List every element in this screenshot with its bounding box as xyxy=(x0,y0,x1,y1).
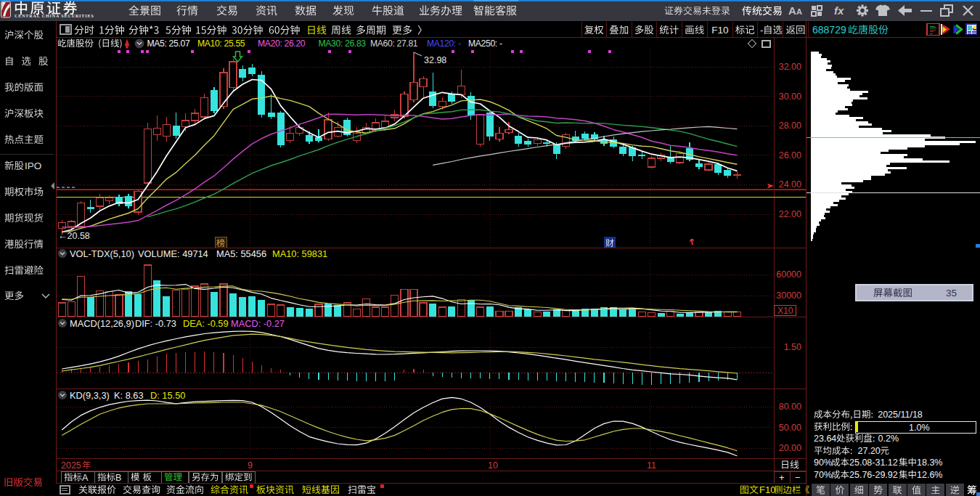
svg-text:MA10: 25.55: MA10: 25.55 xyxy=(197,38,245,49)
svg-text:MA30: 26.83: MA30: 26.83 xyxy=(319,38,367,49)
svg-text:28.00: 28.00 xyxy=(779,121,801,131)
svg-text:32.00: 32.00 xyxy=(779,62,801,72)
svg-text:A: A xyxy=(796,7,802,16)
svg-text:MA250: -: MA250: - xyxy=(468,38,502,49)
svg-text:50.00: 50.00 xyxy=(779,423,801,433)
svg-text:DEA: -0.59: DEA: -0.59 xyxy=(183,318,229,329)
svg-text:2025: 2025 xyxy=(61,460,81,471)
svg-text:←20.58: ←20.58 xyxy=(58,231,90,241)
svg-text:K: 8.63: K: 8.63 xyxy=(114,390,144,401)
svg-text:A: A xyxy=(788,4,796,17)
svg-text:70%: 70% xyxy=(814,470,832,480)
svg-text:10: 10 xyxy=(488,460,498,471)
svg-text:MA120: -: MA120: - xyxy=(427,38,461,49)
svg-text:-: - xyxy=(760,25,764,36)
svg-text:MA10: 59831: MA10: 59831 xyxy=(272,248,327,259)
svg-text:VOL-TDX(5,10): VOL-TDX(5,10) xyxy=(70,248,134,259)
svg-text:IPO: IPO xyxy=(25,160,41,171)
svg-text:DIF: -0.73: DIF: -0.73 xyxy=(135,318,176,329)
svg-text:MACD(12,26,9): MACD(12,26,9) xyxy=(70,318,134,329)
svg-text:35: 35 xyxy=(946,288,957,298)
svg-text:25.08-31.12: 25.08-31.12 xyxy=(849,458,898,468)
svg-text:688729: 688729 xyxy=(812,24,846,36)
svg-text:9: 9 xyxy=(248,460,253,471)
svg-text:80.00: 80.00 xyxy=(779,402,801,412)
svg-text:VOLUME: 49714: VOLUME: 49714 xyxy=(138,248,208,259)
svg-text:20.00: 20.00 xyxy=(779,443,801,453)
svg-text:25.76-29.92: 25.76-29.92 xyxy=(849,470,898,480)
svg-text:MA20: 26.20: MA20: 26.20 xyxy=(258,38,306,49)
svg-text:30000: 30000 xyxy=(776,290,801,301)
svg-text:30.00: 30.00 xyxy=(779,92,801,102)
svg-text:MA5: 25.07: MA5: 25.07 xyxy=(147,38,190,49)
svg-text:22.00: 22.00 xyxy=(779,209,801,219)
svg-text:KD(9,3,3): KD(9,3,3) xyxy=(70,390,110,401)
svg-text:60000: 60000 xyxy=(776,269,801,280)
svg-text:D: 15.50: D: 15.50 xyxy=(150,390,185,401)
svg-text:90%: 90% xyxy=(814,458,832,468)
svg-text:11: 11 xyxy=(647,460,656,471)
svg-text:0.2%: 0.2% xyxy=(878,434,899,444)
svg-text:+: + xyxy=(779,472,785,483)
svg-text:2025/11/18: 2025/11/18 xyxy=(878,410,923,420)
svg-text:1.50: 1.50 xyxy=(784,342,801,352)
svg-text:−: − xyxy=(795,472,801,483)
svg-text:23.64: 23.64 xyxy=(814,434,836,444)
svg-text:24.00: 24.00 xyxy=(779,179,801,190)
svg-text:MACD: -0.27: MACD: -0.27 xyxy=(231,318,285,329)
svg-text:fx: fx xyxy=(834,4,844,17)
svg-text:A: A xyxy=(82,473,89,483)
svg-text:27.20: 27.20 xyxy=(858,446,881,456)
svg-text:B: B xyxy=(115,473,121,483)
svg-text:CENTRAL CHINA SECURITIES: CENTRAL CHINA SECURITIES xyxy=(15,14,94,18)
svg-text:MA5: 55456: MA5: 55456 xyxy=(216,248,266,259)
svg-text:1.0%: 1.0% xyxy=(909,423,930,433)
svg-text:X10: X10 xyxy=(777,306,793,316)
svg-text:26.00: 26.00 xyxy=(779,150,801,160)
svg-text:F10: F10 xyxy=(759,484,775,495)
svg-text:12.6%: 12.6% xyxy=(917,470,942,480)
svg-text:18.3%: 18.3% xyxy=(917,458,942,468)
svg-text:MA60: 27.81: MA60: 27.81 xyxy=(370,38,418,49)
svg-text:32.98: 32.98 xyxy=(424,55,446,65)
svg-text:F10: F10 xyxy=(711,25,728,36)
